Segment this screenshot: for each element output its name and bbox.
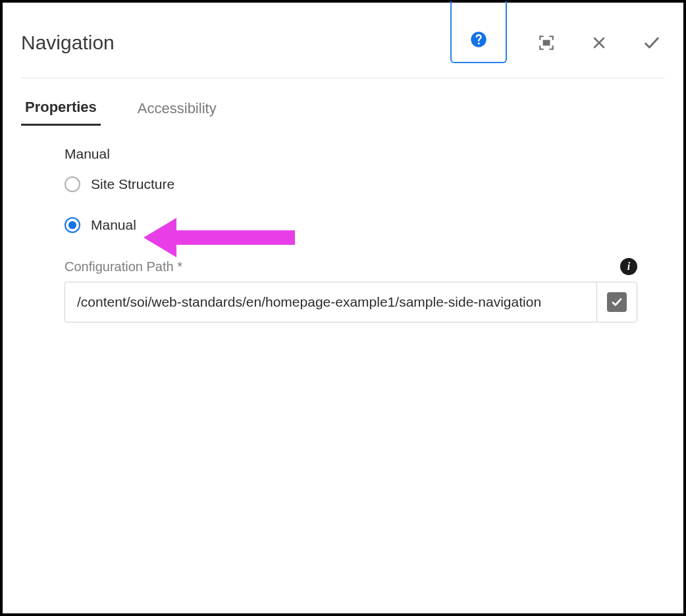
section-label-manual: Manual: [65, 146, 637, 162]
cancel-button[interactable]: [586, 30, 612, 56]
config-path-label: Configuration Path *: [65, 259, 182, 274]
info-button[interactable]: i: [620, 258, 637, 275]
tab-bar: Properties Accessibility: [3, 78, 683, 126]
fullscreen-button[interactable]: [533, 30, 560, 56]
help-button[interactable]: [450, 1, 507, 63]
check-icon: [643, 34, 661, 52]
close-icon: [591, 35, 607, 51]
radio-manual[interactable]: Manual: [65, 217, 637, 233]
question-circle-icon: [469, 30, 488, 49]
config-path-browse-button[interactable]: [596, 282, 637, 322]
dialog-title: Navigation: [21, 32, 450, 54]
dialog-header: Navigation: [3, 3, 683, 78]
radio-indicator: [65, 217, 80, 233]
info-icon: i: [627, 261, 630, 272]
fullscreen-icon: [538, 34, 555, 51]
header-actions: [450, 21, 665, 64]
radio-site-structure[interactable]: Site Structure: [65, 176, 637, 192]
radio-indicator: [65, 176, 80, 192]
dialog-frame: Navigation: [0, 0, 686, 616]
tab-properties[interactable]: Properties: [21, 98, 101, 126]
radio-label: Manual: [91, 217, 136, 233]
config-path-input[interactable]: [65, 282, 596, 322]
config-path-label-row: Configuration Path * i: [65, 258, 637, 275]
tab-accessibility[interactable]: Accessibility: [134, 98, 221, 126]
config-path-field: [65, 282, 637, 322]
done-button[interactable]: [639, 30, 665, 56]
radio-label: Site Structure: [91, 176, 174, 192]
svg-point-1: [478, 43, 480, 45]
properties-panel: Manual Site Structure Manual Configurati…: [3, 126, 683, 322]
check-icon: [607, 292, 627, 312]
svg-rect-2: [543, 40, 550, 46]
